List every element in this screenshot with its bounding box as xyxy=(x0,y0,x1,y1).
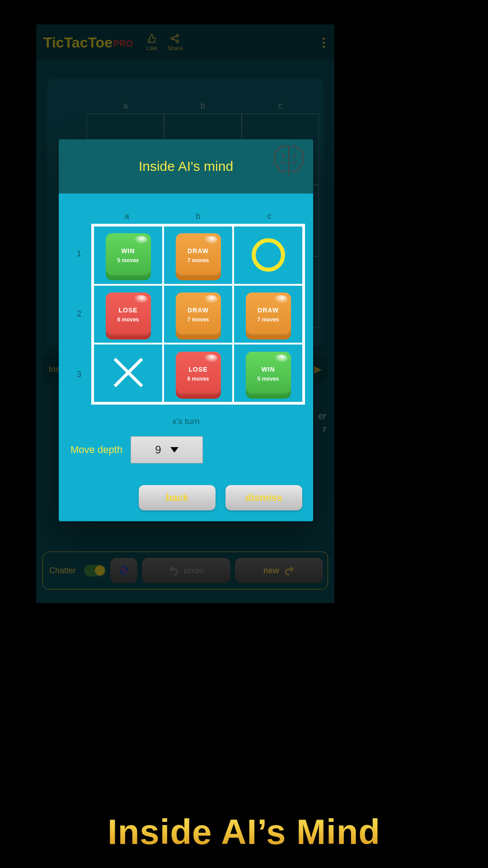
outcome-moves: 7 moves xyxy=(257,316,279,323)
outcome-label: DRAW xyxy=(188,247,209,255)
back-label: back xyxy=(166,492,188,504)
top-bar: TicTacToe PRO Like Share xyxy=(36,24,334,61)
chatter-toggle[interactable] xyxy=(84,565,106,576)
bottom-toolbar: Chatter undo new xyxy=(42,552,328,590)
col-header-a: a xyxy=(87,101,164,111)
chatter-label: Chatter xyxy=(49,566,76,576)
outcome-moves: 5 moves xyxy=(257,376,279,382)
mini-col-a: a xyxy=(91,212,163,221)
app-logo: TicTacToe PRO xyxy=(43,34,133,51)
ai-mind-cell[interactable]: DRAW7 moves xyxy=(163,285,233,344)
outcome-tile-lose: LOSE6 moves xyxy=(106,292,151,336)
no-sound-icon xyxy=(118,565,129,576)
mini-col-b: b xyxy=(163,212,234,221)
share-button[interactable]: Share xyxy=(167,33,183,52)
svg-point-2 xyxy=(176,40,179,43)
outcome-tile-lose: LOSE6 moves xyxy=(176,352,221,395)
ai-mind-cell[interactable]: WIN5 moves xyxy=(93,226,163,285)
ai-mind-cell[interactable]: DRAW7 moves xyxy=(233,285,303,344)
modal-title: Inside AI's mind xyxy=(139,159,233,174)
back-button[interactable]: back xyxy=(139,485,216,510)
outcome-moves: 6 moves xyxy=(187,376,209,382)
dismiss-label: dismiss xyxy=(245,492,282,504)
mini-row-2: 2 xyxy=(67,284,91,344)
ai-mind-grid: WIN5 movesDRAW7 movesLOSE6 movesDRAW7 mo… xyxy=(91,224,305,405)
mark-o-icon xyxy=(252,238,285,272)
undo-icon xyxy=(169,565,179,576)
col-header-c: c xyxy=(242,101,319,111)
outcome-moves: 5 moves xyxy=(117,257,139,264)
outcome-moves: 7 moves xyxy=(187,316,209,323)
ai-mind-cell[interactable]: WIN5 moves xyxy=(233,344,303,403)
move-depth-dropdown[interactable]: 9 xyxy=(131,436,203,463)
ai-mind-modal: Inside AI's mind a b c 1 2 3 WIN5 movesD… xyxy=(59,139,313,521)
caret-down-icon xyxy=(170,447,178,453)
outcome-label: DRAW xyxy=(188,307,209,314)
mini-column-headers: a b c xyxy=(91,212,305,221)
col-header-b: b xyxy=(164,101,241,111)
ai-mind-cell[interactable] xyxy=(233,226,303,285)
outcome-label: DRAW xyxy=(258,307,279,314)
turn-indicator: x's turn xyxy=(67,416,305,426)
outcome-moves: 7 moves xyxy=(187,257,209,264)
share-label: Share xyxy=(167,45,183,52)
brain-icon xyxy=(270,142,308,180)
app-title-pro: PRO xyxy=(113,38,133,49)
outcome-label: LOSE xyxy=(188,366,207,373)
outcome-tile-draw: DRAW7 moves xyxy=(176,233,221,277)
outcome-tile-draw: DRAW7 moves xyxy=(246,292,291,336)
modal-header: Inside AI's mind xyxy=(59,139,313,193)
column-headers: a b c xyxy=(87,101,319,111)
mini-col-c: c xyxy=(234,212,305,221)
outcome-tile-draw: DRAW7 moves xyxy=(176,292,221,336)
share-icon xyxy=(170,33,180,43)
svg-point-0 xyxy=(176,34,179,37)
mini-row-3: 3 xyxy=(67,344,91,405)
mark-x-icon xyxy=(109,353,148,394)
mini-row-1: 1 xyxy=(67,224,91,284)
move-depth-label: Move depth xyxy=(70,444,122,456)
ai-mind-cell[interactable] xyxy=(93,344,163,403)
outcome-label: WIN xyxy=(121,247,135,255)
modal-body: a b c 1 2 3 WIN5 movesDRAW7 movesLOSE6 m… xyxy=(59,193,313,521)
redo-icon xyxy=(284,565,295,576)
ai-mind-cell[interactable]: LOSE6 moves xyxy=(93,285,163,344)
chevron-right-icon: ▶ xyxy=(314,363,322,375)
app-title: TicTacToe xyxy=(43,34,113,51)
speech-peek: err xyxy=(318,410,326,435)
outcome-tile-win: WIN5 moves xyxy=(106,233,151,277)
move-depth-value: 9 xyxy=(155,443,161,456)
ai-mind-cell[interactable]: DRAW7 moves xyxy=(163,226,233,285)
outcome-label: LOSE xyxy=(118,307,137,314)
like-label: Like xyxy=(146,45,157,52)
undo-label: undo xyxy=(184,566,204,576)
outcome-label: WIN xyxy=(261,366,275,373)
sound-button[interactable] xyxy=(110,558,137,583)
new-label: new xyxy=(263,566,279,576)
like-button[interactable]: Like xyxy=(146,33,157,52)
thumbs-up-icon xyxy=(147,33,157,43)
dismiss-button[interactable]: dismiss xyxy=(225,485,302,510)
inspect-bar-label: Ins xyxy=(49,365,60,374)
outcome-moves: 6 moves xyxy=(117,316,139,323)
ai-mind-cell[interactable]: LOSE6 moves xyxy=(163,344,233,403)
promo-banner: Inside AI’s Mind xyxy=(0,811,488,853)
outcome-tile-win: WIN5 moves xyxy=(246,352,291,395)
undo-button[interactable]: undo xyxy=(142,558,230,583)
svg-point-1 xyxy=(171,37,174,40)
overflow-menu-button[interactable] xyxy=(318,38,329,48)
mini-row-headers: 1 2 3 xyxy=(67,224,91,405)
promo-banner-text: Inside AI’s Mind xyxy=(108,812,380,852)
new-button[interactable]: new xyxy=(235,558,323,583)
